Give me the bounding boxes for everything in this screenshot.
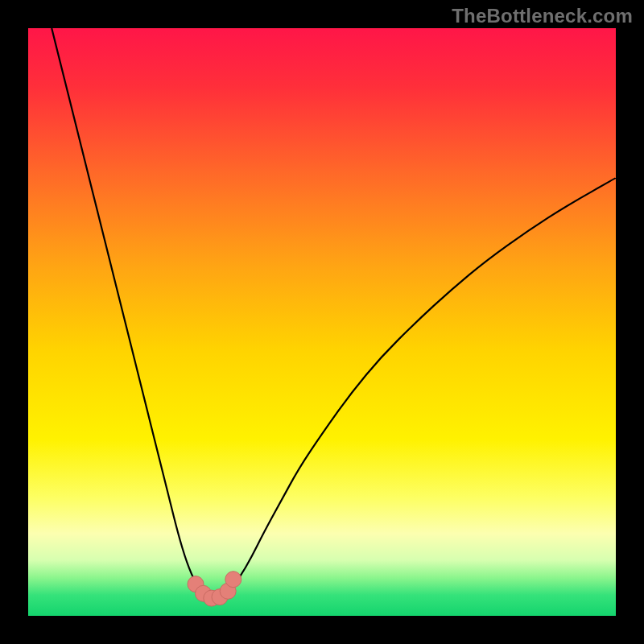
watermark-text: TheBottleneck.com xyxy=(452,5,633,27)
plot-area xyxy=(28,28,616,616)
gradient-background xyxy=(28,28,616,616)
bottleneck-chart xyxy=(28,28,616,616)
chart-frame: TheBottleneck.com xyxy=(0,0,644,644)
curve-marker xyxy=(225,572,242,588)
